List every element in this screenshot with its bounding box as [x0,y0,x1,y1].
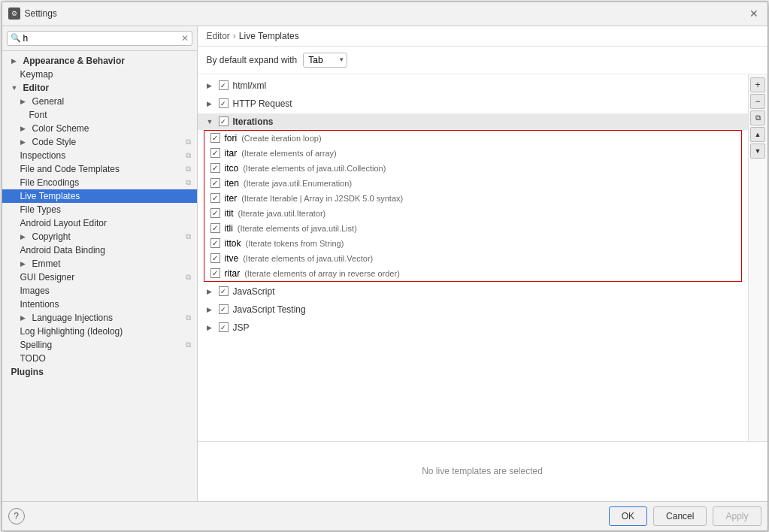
group-header-jsp[interactable]: ▶ JSP [198,319,748,336]
sidebar-item-android-layout[interactable]: Android Layout Editor [2,216,197,230]
group-label: HTTP Request [233,98,292,109]
item-checkbox[interactable] [210,223,220,233]
settings-dialog: ⚙ Settings ✕ 🔍 ✕ ▶ Appearance & Behavior [2,2,768,531]
item-checkbox[interactable] [210,193,220,203]
sidebar-item-keymap[interactable]: Keymap [2,68,197,81]
sidebar-item-label: Copyright [32,231,183,242]
item-checkbox[interactable] [210,253,220,263]
item-name: itar [225,148,238,159]
ok-button[interactable]: OK [609,506,647,526]
template-item-itar[interactable]: itar (Iterate elements of array) [204,146,741,161]
group-label: JavaScript [233,286,275,297]
sidebar-item-log-highlighting[interactable]: Log Highlighting (Ideolog) [2,325,197,338]
group-header-js-testing[interactable]: ▶ JavaScript Testing [198,301,748,318]
template-item-itve[interactable]: itve (Iterate elements of java.util.Vect… [204,251,741,266]
sidebar-item-language-injections[interactable]: ▶ Language Injections ⧉ [2,311,197,325]
help-button[interactable]: ? [8,508,25,524]
item-checkbox[interactable] [210,178,220,188]
sidebar-item-images[interactable]: Images [2,284,197,298]
sidebar-item-label: Plugins [11,367,191,377]
sidebar-item-label: Inspections [20,150,183,161]
sidebar-item-label: Language Injections [32,313,183,323]
item-desc: (Iterate elements of java.util.Collectio… [243,164,386,173]
sidebar-item-intentions[interactable]: Intentions [2,298,197,311]
template-group-http: ▶ HTTP Request [198,95,748,112]
sidebar-item-file-types[interactable]: File Types [2,203,197,216]
sidebar-item-emmet[interactable]: ▶ Emmet [2,257,197,271]
sidebar-item-file-encodings[interactable]: File Encodings ⧉ [2,176,197,189]
expand-arrow-icon: ▶ [20,98,29,105]
item-name: itve [225,253,239,264]
item-checkbox[interactable] [210,268,220,278]
sidebar-item-live-templates[interactable]: Live Templates [2,189,197,203]
move-down-button[interactable]: ▼ [750,144,765,159]
expand-default-select[interactable]: Tab Enter Space [303,53,347,68]
templates-list: ▶ html/xml ▶ [198,74,748,441]
sidebar-item-editor[interactable]: ▼ Editor [2,81,197,95]
right-panel: Editor › Live Templates By default expan… [198,26,767,501]
sidebar-item-file-code-templates[interactable]: File and Code Templates ⧉ [2,162,197,176]
item-name: ritar [225,268,241,279]
sidebar-item-label: Appearance & Behavior [23,56,191,66]
template-group-iterations: ▼ Iterations fori (Create iteration loop… [198,113,748,282]
group-checkbox[interactable] [219,116,229,126]
apply-button[interactable]: Apply [713,506,761,526]
group-checkbox[interactable] [219,286,229,296]
group-checkbox[interactable] [219,98,229,108]
expand-icon: ▶ [207,82,214,89]
template-item-itit[interactable]: itit (Iterate java.util.Iterator) [204,206,741,221]
expand-arrow-icon: ▶ [20,138,29,146]
item-checkbox[interactable] [210,133,220,143]
template-item-itco[interactable]: itco (Iterate elements of java.util.Coll… [204,161,741,176]
group-checkbox[interactable] [219,304,229,314]
item-name: ittok [225,238,241,249]
item-name: iten [225,178,239,189]
template-item-fori[interactable]: fori (Create iteration loop) [204,131,741,146]
item-checkbox[interactable] [210,238,220,248]
group-header-iterations[interactable]: ▼ Iterations [198,113,748,130]
item-checkbox[interactable] [210,163,220,173]
bottom-bar: ? OK Cancel Apply [2,501,767,530]
item-desc: (Create iteration loop) [241,134,321,143]
item-desc: (Iterate elements of java.util.List) [238,224,357,233]
search-clear-icon[interactable]: ✕ [181,33,189,44]
group-checkbox[interactable] [219,322,229,332]
group-checkbox[interactable] [219,80,229,90]
group-header-http[interactable]: ▶ HTTP Request [198,95,748,112]
close-button[interactable]: ✕ [746,6,761,21]
group-header-js[interactable]: ▶ JavaScript [198,283,748,300]
sidebar-item-general[interactable]: ▶ General [2,95,197,108]
sidebar-item-appearance[interactable]: ▶ Appearance & Behavior [2,54,197,68]
sidebar-item-copyright[interactable]: ▶ Copyright ⧉ [2,230,197,243]
template-item-ittok[interactable]: ittok (Iterate tokens from String) [204,236,741,251]
search-input[interactable] [23,33,181,44]
sidebar-item-code-style[interactable]: ▶ Code Style ⧉ [2,135,197,149]
sidebar-item-plugins[interactable]: Plugins [2,365,197,379]
cancel-button[interactable]: Cancel [653,506,707,526]
sidebar-item-gui-designer[interactable]: GUI Designer ⧉ [2,271,197,284]
item-checkbox[interactable] [210,208,220,218]
sidebar-item-color-scheme[interactable]: ▶ Color Scheme [2,122,197,135]
add-button[interactable]: + [750,77,765,92]
copy-button[interactable]: ⧉ [750,110,765,125]
breadcrumb: Editor › Live Templates [198,26,767,47]
expand-arrow-icon: ▶ [11,57,20,65]
sidebar-item-label: GUI Designer [20,272,183,283]
sidebar-item-inspections[interactable]: Inspections ⧉ [2,149,197,162]
template-item-iten[interactable]: iten (Iterate java.util.Enumeration) [204,176,741,191]
template-item-itli[interactable]: itli (Iterate elements of java.util.List… [204,221,741,236]
template-item-iter[interactable]: iter (Iterate Iterable | Array in J2SDK … [204,191,741,206]
sidebar-item-todo[interactable]: TODO [2,352,197,365]
sidebar-item-label: File Encodings [20,177,183,188]
copy-icon: ⧉ [186,138,191,147]
group-header-html[interactable]: ▶ html/xml [198,77,748,94]
item-checkbox[interactable] [210,148,220,158]
sidebar-item-android-data[interactable]: Android Data Binding [2,243,197,257]
template-item-ritar[interactable]: ritar (Iterate elements of array in reve… [204,266,741,281]
sidebar-item-label: Keymap [20,69,191,80]
remove-button[interactable]: − [750,94,765,109]
sidebar-item-font[interactable]: Font [2,108,197,122]
expand-icon: ▶ [207,288,214,295]
move-up-button[interactable]: ▲ [750,127,765,142]
sidebar-item-spelling[interactable]: Spelling ⧉ [2,338,197,352]
